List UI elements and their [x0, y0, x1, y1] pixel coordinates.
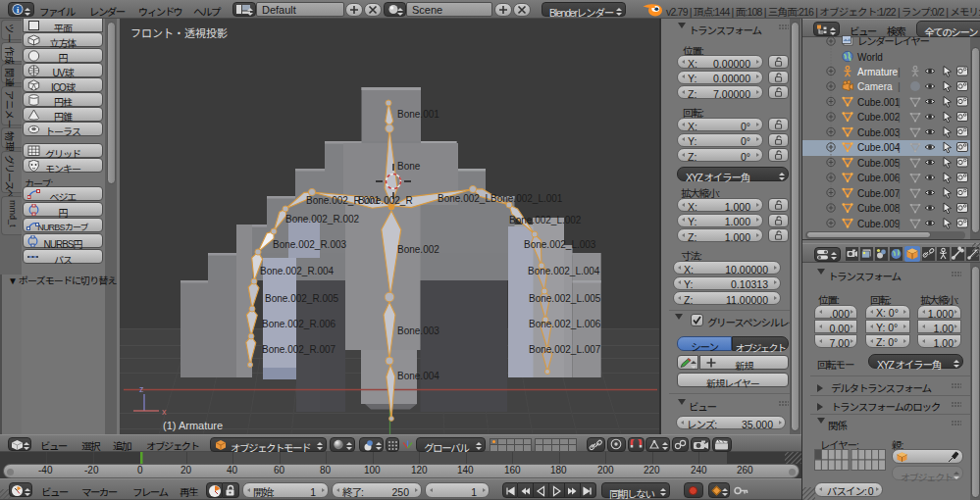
svg-text:|: | — [898, 157, 901, 169]
svg-text:Bone.002_L.007: Bone.002_L.007 — [529, 344, 601, 355]
svg-text:Armature: Armature — [857, 67, 899, 77]
svg-text:Bone.002_L.004: Bone.002_L.004 — [528, 266, 600, 276]
svg-text:Bone: Bone — [397, 161, 421, 172]
svg-text:Cube.004: Cube.004 — [857, 142, 901, 153]
svg-text:レンダーレイヤー: レンダーレイヤー — [857, 35, 929, 47]
svg-text:Bone.002: Bone.002 — [397, 244, 439, 255]
svg-text:|: | — [898, 111, 901, 123]
svg-text:Cube.001: Cube.001 — [857, 97, 901, 108]
svg-text:|: | — [898, 126, 901, 138]
svg-text:Bone.002_R: Bone.002_R — [358, 195, 413, 206]
svg-text:z: z — [139, 384, 144, 394]
svg-text:Cube.003: Cube.003 — [857, 127, 901, 138]
svg-text:Cube.007: Cube.007 — [857, 188, 901, 199]
svg-text:Bone.002_R.003: Bone.002_R.003 — [273, 239, 347, 250]
svg-text:|: | — [898, 141, 901, 153]
svg-text:Bone.002_L.002: Bone.002_L.002 — [509, 215, 582, 225]
svg-text:Cube.002: Cube.002 — [857, 112, 901, 123]
svg-text:|: | — [898, 80, 901, 92]
svg-text:x: x — [162, 407, 167, 417]
svg-text:Bone.002_R.004: Bone.002_R.004 — [260, 266, 335, 276]
svg-text:フロント・透視投影: フロント・透視投影 — [130, 27, 228, 39]
svg-text:Bone.002_R.006: Bone.002_R.006 — [262, 319, 336, 329]
svg-text:|: | — [898, 172, 901, 183]
svg-text:|: | — [898, 66, 901, 77]
svg-text:Bone.001: Bone.001 — [397, 109, 439, 120]
svg-text:Bone.002_L.003: Bone.002_L.003 — [524, 239, 596, 250]
svg-text:Bone.002_L.005: Bone.002_L.005 — [529, 293, 601, 304]
svg-text:Bone.002_L: Bone.002_L — [438, 193, 490, 204]
svg-text:Bone.002_R.002: Bone.002_R.002 — [285, 214, 360, 225]
svg-text:Cube.008: Cube.008 — [857, 203, 901, 214]
svg-text:World: World — [857, 52, 883, 63]
svg-text:Bone.002_R.007: Bone.002_R.007 — [262, 344, 336, 355]
svg-text:(1) Armature: (1) Armature — [163, 420, 223, 431]
svg-text:|: | — [898, 218, 901, 229]
svg-text:Bone.002_R.005: Bone.002_R.005 — [265, 293, 339, 304]
svg-text:Cube.009: Cube.009 — [857, 219, 901, 229]
svg-text:Bone.004: Bone.004 — [397, 371, 439, 381]
svg-text:Cube.005: Cube.005 — [857, 158, 901, 169]
svg-text:|: | — [898, 202, 901, 214]
svg-text:|: | — [898, 187, 901, 199]
svg-text:Cube.006: Cube.006 — [857, 173, 901, 183]
svg-text:|: | — [898, 96, 901, 108]
svg-text:Camera: Camera — [857, 81, 893, 92]
svg-text:Bone.002_L.006: Bone.002_L.006 — [529, 319, 601, 329]
svg-text:Bone.002_L.001: Bone.002_L.001 — [490, 193, 563, 204]
svg-text:Bone.003: Bone.003 — [397, 325, 439, 336]
